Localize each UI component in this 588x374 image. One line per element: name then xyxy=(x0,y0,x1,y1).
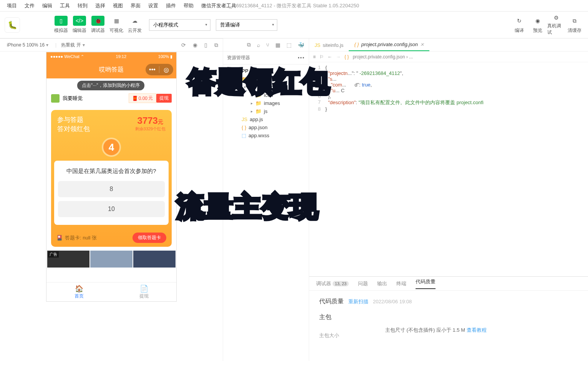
phone-status-bar: ●●●●● WeChat ⌃ 19:12 100% ▮ xyxy=(46,52,176,61)
ad-banner-1[interactable] xyxy=(90,251,133,268)
menu-tool[interactable]: 工具 xyxy=(56,2,74,9)
tab-bar: 🏠首页 📄提现 xyxy=(46,282,176,301)
forward-icon[interactable]: → xyxy=(336,54,341,60)
cloud-icon: ☁ xyxy=(128,16,141,26)
rotate-icon[interactable]: ⟳ xyxy=(181,42,186,48)
capsule: ••• ◎ xyxy=(146,64,173,75)
editor-tab-siteinfo[interactable]: JSsiteinfo.js xyxy=(309,39,349,51)
menu-select[interactable]: 选择 xyxy=(91,2,109,9)
explorer-copy-icon[interactable]: ⧉ xyxy=(247,42,251,48)
visual-toggle[interactable]: ▦可视化 xyxy=(108,14,125,36)
card-title1: 参与答题 xyxy=(57,115,90,125)
simulator-phone: ●●●●● WeChat ⌃ 19:12 100% ▮ 哎哟答题 ••• ◎ 点… xyxy=(46,52,177,302)
tab-home[interactable]: 🏠首页 xyxy=(46,283,111,301)
explorer-search-icon[interactable]: ⌕ xyxy=(257,42,260,48)
question-number-badge: 4 xyxy=(102,138,121,157)
debug-tab-terminal[interactable]: 终端 xyxy=(396,280,406,287)
hotreload-toggle[interactable]: 热重载 开 xyxy=(59,41,89,49)
tab-withdraw[interactable]: 📄提现 xyxy=(111,283,176,301)
explorer-branch-icon[interactable]: ⑂ xyxy=(266,42,269,48)
capsule-close-icon[interactable]: ◎ xyxy=(159,66,173,73)
editor-tab-projectconfig[interactable]: { }project.private.config.json✕ xyxy=(349,38,429,51)
debug-tab-issues[interactable]: 问题 xyxy=(358,280,368,287)
tree-item-images[interactable]: ▸📁images xyxy=(223,99,309,107)
menu-file[interactable]: 文件 xyxy=(21,2,38,9)
menu-goto[interactable]: 转到 xyxy=(74,2,91,9)
editor-toggle[interactable]: </>编辑器 xyxy=(71,14,88,36)
home-icon: 🏠 xyxy=(75,284,83,293)
phone-outline-icon[interactable]: ▯ xyxy=(204,42,207,48)
battery-label: 100% ▮ xyxy=(158,54,172,59)
app-icon[interactable]: 🐛 xyxy=(5,17,20,33)
tree-item-js[interactable]: ▸📁js xyxy=(223,107,309,115)
menu-project[interactable]: 项目 xyxy=(3,2,21,9)
answer-option-1[interactable]: 10 xyxy=(58,201,165,217)
file-tree: ▾WXAPP ▾📁we7▾📁resource▸📁icon▸📁images▸📁js… xyxy=(223,65,309,142)
tool-bar: 🐛 ▯模拟器 </>编辑器 🐞调试器 ▦可视化 ☁云开发 小程序模式 普通编译 … xyxy=(0,12,588,38)
code-editor[interactable]: 1{ "projectn...": " -269213684_4112", "s… xyxy=(309,62,588,276)
tree-item-app.js[interactable]: JSapp.js xyxy=(223,115,309,123)
simulator-toggle[interactable]: ▯模拟器 xyxy=(52,14,70,36)
device-bar: iPhone 5 100% 16 | 热重载 开 ⟳ ◉ ▯ ⧉ xyxy=(0,38,223,52)
debug-tab-debugger[interactable]: 调试器 13, 23 xyxy=(316,280,349,287)
withdraw-button[interactable]: 提现 xyxy=(156,94,172,103)
phone-icon: ▯ xyxy=(55,16,68,26)
bug-icon: 🐞 xyxy=(91,16,104,26)
answer-option-0[interactable]: 8 xyxy=(58,181,165,197)
phone-nav-bar: 哎哟答题 ••• ◎ xyxy=(46,61,176,78)
menu-interface[interactable]: 界面 xyxy=(127,2,144,9)
device-selector[interactable]: iPhone 5 100% 16 xyxy=(5,42,53,48)
avatar[interactable] xyxy=(51,94,60,103)
editor-breadcrumb: ≡ ⚐ ← → { }project.private.config.json ›… xyxy=(309,52,588,62)
tree-item-we7[interactable]: ▾📁we7 xyxy=(223,75,309,83)
tree-root[interactable]: ▾WXAPP xyxy=(223,67,309,75)
debug-tab-codequality[interactable]: 代码质量 xyxy=(416,278,436,289)
rescan-link[interactable]: 重新扫描 xyxy=(348,298,368,305)
compile-button[interactable]: ↻编译 xyxy=(510,14,528,36)
get-card-button[interactable]: 领取答题卡 xyxy=(133,233,166,243)
window-title: _-269213684_4112 - 微信开发者工具 Stable 1.05.2… xyxy=(229,2,359,9)
menu-edit[interactable]: 编辑 xyxy=(38,2,56,9)
popout-icon[interactable]: ⧉ xyxy=(214,42,218,48)
quiz-card: 参与答题答对领红包 3773元 剩余3329个红包 4 中国是在第几届奥运会首次… xyxy=(51,110,172,247)
record-icon[interactable]: ◉ xyxy=(193,42,197,48)
menu-plugin[interactable]: 插件 xyxy=(162,2,180,9)
phone-debug-icon: ⚙ xyxy=(550,14,563,21)
explorer-box-icon[interactable]: ⬚ xyxy=(287,42,292,48)
question-text: 中国是在第几届奥运会首次参加的? xyxy=(58,168,165,175)
compile-mode-dropdown[interactable]: 普通编译 xyxy=(216,19,277,31)
card-icon: 🎴 xyxy=(56,235,63,241)
explorer-ext-icon[interactable]: ▦ xyxy=(275,42,280,48)
tutorial-link[interactable]: 查看教程 xyxy=(467,327,487,333)
explorer-more-icon[interactable]: ••• xyxy=(298,55,305,61)
ad-banner-0[interactable]: 广告 xyxy=(47,251,89,268)
close-icon[interactable]: ✕ xyxy=(420,42,424,47)
menu-view[interactable]: 视图 xyxy=(109,2,127,9)
mode-dropdown[interactable]: 小程序模式 xyxy=(149,19,210,31)
clear-cache-button[interactable]: ⧉清缓存 xyxy=(566,14,583,36)
explorer-docker-icon[interactable]: 🐳 xyxy=(298,42,304,48)
menu-icon[interactable]: ≡ xyxy=(313,54,316,60)
menu-help[interactable]: 帮助 xyxy=(180,2,197,9)
bookmark-icon[interactable]: ⚐ xyxy=(320,54,324,60)
main-package-label: 主包 xyxy=(319,313,578,321)
remote-debug-button[interactable]: ⚙真机调试 xyxy=(547,14,565,36)
cloud-button[interactable]: ☁云开发 xyxy=(126,14,144,36)
menu-setting[interactable]: 设置 xyxy=(144,2,162,9)
ad-banner-2[interactable] xyxy=(133,251,176,268)
remain-label: 剩余3329个红包 xyxy=(135,126,166,132)
debug-tab-output[interactable]: 输出 xyxy=(377,280,387,287)
time-label: 19:12 xyxy=(116,54,127,59)
capsule-menu-icon[interactable]: ••• xyxy=(146,66,159,73)
back-icon[interactable]: ← xyxy=(328,54,332,60)
editor-panel: JSsiteinfo.js { }project.private.config.… xyxy=(309,38,588,361)
tree-item-app.wxss[interactable]: ⬚app.wxss xyxy=(223,131,309,140)
tree-item-resource[interactable]: ▾📁resource xyxy=(223,83,309,91)
preview-button[interactable]: ◉预览 xyxy=(529,14,547,36)
debug-panel: 调试器 13, 23 问题 输出 终端 代码质量 代码质量 重新扫描 2022/… xyxy=(309,276,588,361)
debugger-toggle[interactable]: 🐞调试器 xyxy=(89,14,107,36)
ad-label: 广告 xyxy=(48,251,59,258)
tree-item-app.json[interactable]: { }app.json xyxy=(223,123,309,131)
layers-icon: ⧉ xyxy=(568,16,581,26)
tree-item-icon[interactable]: ▸📁icon xyxy=(223,91,309,99)
